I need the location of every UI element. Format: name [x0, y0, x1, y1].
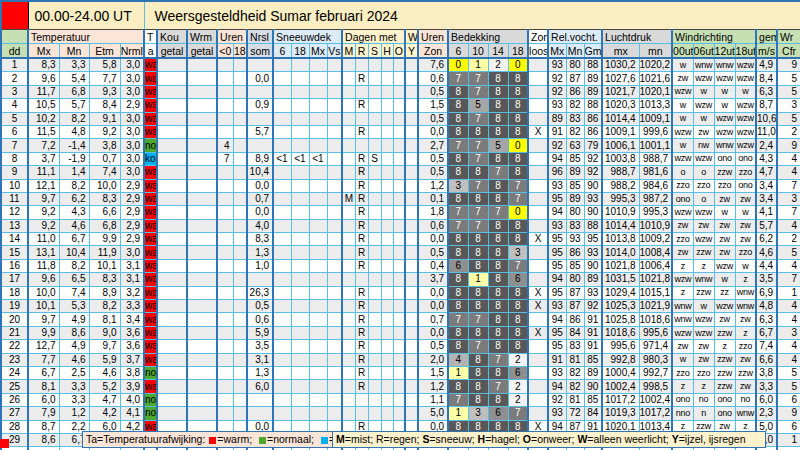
cell-d23-bed_18[interactable]: 2: [508, 353, 528, 366]
cell-d18-d_r[interactable]: R: [355, 286, 368, 299]
cell-d22-uren_zon[interactable]: 0,5: [418, 340, 448, 353]
cell-d6-wr_18ut[interactable]: wzw: [735, 125, 756, 138]
cell-d3-etm[interactable]: 9,3: [89, 85, 120, 98]
cell-d23-snw_mx[interactable]: [309, 353, 327, 366]
cell-d14-mx[interactable]: 11,0: [28, 233, 59, 246]
cell-d1-snw_vs[interactable]: [327, 58, 342, 72]
cell-d13-uren_lt0[interactable]: [217, 219, 233, 232]
cell-d16-d_h[interactable]: [381, 259, 393, 272]
cell-d20-kou_getal[interactable]: [157, 313, 187, 326]
cell-d14-ld_mx[interactable]: 1013,8: [602, 233, 639, 246]
cell-d11-d_o[interactable]: [393, 192, 405, 205]
cell-d26-snw_6[interactable]: [273, 393, 291, 406]
cell-d4-bed_6[interactable]: 8: [448, 99, 468, 112]
cell-d22-d_h[interactable]: [381, 340, 393, 353]
cell-d2-nrml[interactable]: 3,0: [120, 72, 144, 85]
cell-d16-mn[interactable]: 8,2: [59, 259, 89, 272]
cell-d13-bed_18[interactable]: 8: [508, 219, 528, 232]
cell-d26-wrm_getal[interactable]: [187, 393, 217, 406]
cell-d21-snw_18[interactable]: [291, 326, 309, 339]
cell-d9-wr_06ut[interactable]: o: [693, 166, 714, 179]
cell-d17-mn[interactable]: 6,5: [59, 273, 89, 286]
cell-d2-mn[interactable]: 5,4: [59, 72, 89, 85]
cell-d5-wr_00ut[interactable]: w: [672, 112, 693, 125]
cell-d7-d_s[interactable]: [368, 139, 381, 152]
cell-d10-ld_mx[interactable]: 988,2: [602, 179, 639, 192]
cell-d13-d_s[interactable]: [368, 219, 381, 232]
cell-d23-zonloos[interactable]: [528, 353, 548, 366]
cell-d18-wrm_getal[interactable]: [187, 286, 217, 299]
cell-d8-snw_6[interactable]: <1: [273, 152, 291, 165]
cell-d16-ta[interactable]: warm: [144, 259, 157, 272]
cell-d15-bed_14[interactable]: 8: [488, 246, 508, 259]
cell-d18-gem_ms[interactable]: 6,9: [756, 286, 777, 299]
cell-d13-d_m[interactable]: [342, 219, 355, 232]
cell-d14-d_s[interactable]: [368, 233, 381, 246]
cell-d13-snw_mx[interactable]: [309, 219, 327, 232]
cell-d10-ld_mn[interactable]: 984,6: [639, 179, 672, 192]
cell-d24-d_s[interactable]: [368, 366, 381, 379]
cell-d3-rv_mx[interactable]: 92: [548, 85, 566, 98]
cell-d7-mn[interactable]: -1,4: [59, 139, 89, 152]
cell-d10-etm[interactable]: 10,0: [89, 179, 120, 192]
cell-d13-bed_10[interactable]: 7: [468, 219, 488, 232]
cell-d6-ld_mn[interactable]: 999,6: [639, 125, 672, 138]
cell-d4-d_o[interactable]: [393, 99, 405, 112]
cell-d13-wr_18ut[interactable]: zw: [735, 219, 756, 232]
cell-d22-mx[interactable]: 12,7: [28, 340, 59, 353]
cell-d15-wrm_getal[interactable]: [187, 246, 217, 259]
cell-d27-snw_6[interactable]: [273, 407, 291, 420]
cell-d26-wr_00ut[interactable]: ono: [672, 393, 693, 406]
cell-d19-d_s[interactable]: [368, 300, 381, 313]
cell-d2-snw_18[interactable]: [291, 72, 309, 85]
cell-d17-ld_mn[interactable]: 1021,8: [639, 273, 672, 286]
cell-d1-zonloos[interactable]: [528, 58, 548, 72]
cell-d3-gem_ms[interactable]: 6,3: [756, 85, 777, 98]
cell-d23-nrsl_som[interactable]: 3,1: [247, 353, 273, 366]
cell-d6-wrm_getal[interactable]: [187, 125, 217, 138]
cell-d11-wr_00ut[interactable]: ono: [672, 192, 693, 205]
cell-d19-zonloos[interactable]: X: [528, 300, 548, 313]
cell-d14-zonloos[interactable]: X: [528, 233, 548, 246]
cell-d4-bed_14[interactable]: 8: [488, 99, 508, 112]
cell-d14-snw_mx[interactable]: [309, 233, 327, 246]
cell-d3-ld_mx[interactable]: 1021,7: [602, 85, 639, 98]
cell-d14-snw_6[interactable]: [273, 233, 291, 246]
cell-d21-uren_lt0[interactable]: [217, 326, 233, 339]
cell-d27-ld_mn[interactable]: 1017,2: [639, 407, 672, 420]
cell-d1-d_r[interactable]: [355, 58, 368, 72]
cell-d27-d_r[interactable]: [355, 407, 368, 420]
cell-d19-d_y[interactable]: [405, 300, 418, 313]
cell-d22-d_o[interactable]: [393, 340, 405, 353]
cell-d19-bed_6[interactable]: 8: [448, 300, 468, 313]
cell-d27-snw_mx[interactable]: [309, 407, 327, 420]
title-time-range[interactable]: 00.00-24.00 UT: [28, 1, 144, 30]
cell-d5-d_m[interactable]: [342, 112, 355, 125]
group-header-dagen-met[interactable]: Dagen met: [342, 30, 405, 44]
cell-d24-snw_18[interactable]: [291, 366, 309, 379]
cell-d19-snw_18[interactable]: [291, 300, 309, 313]
cell-d7-mx[interactable]: 7,2: [28, 139, 59, 152]
cell-d19-ld_mn[interactable]: 1021,9: [639, 300, 672, 313]
cell-d17-rv_mn[interactable]: 80: [566, 273, 584, 286]
cell-d3-rv_gm[interactable]: 89: [584, 85, 602, 98]
cell-d22-mn[interactable]: 4,9: [59, 340, 89, 353]
cell-d4-snw_18[interactable]: [291, 99, 309, 112]
cell-d2-wr_00ut[interactable]: zw: [672, 72, 693, 85]
cell-d4-rv_mx[interactable]: 93: [548, 99, 566, 112]
cell-d5-ld_mx[interactable]: 1014,4: [602, 112, 639, 125]
cell-d22-etm[interactable]: 9,7: [89, 340, 120, 353]
cell-d7-wr_12ut[interactable]: wnw: [714, 139, 735, 152]
cell-d20-d_m[interactable]: [342, 313, 355, 326]
cell-d10-rv_mn[interactable]: 85: [566, 179, 584, 192]
cell-d26-nrml[interactable]: 4,0: [120, 393, 144, 406]
cell-d17-wr_12ut[interactable]: w: [714, 273, 735, 286]
group-header-zon[interactable]: Zon: [528, 30, 548, 44]
cell-d15-d_h[interactable]: [381, 246, 393, 259]
cell-d4-bed_10[interactable]: 5: [468, 99, 488, 112]
cell-d19-snw_mx[interactable]: [309, 300, 327, 313]
cell-d8-gem_ms[interactable]: 4,3: [756, 152, 777, 165]
cell-d11-wr_06ut[interactable]: o: [693, 192, 714, 205]
cell-d21-d_r[interactable]: R: [355, 326, 368, 339]
cell-d16-uren_lt0[interactable]: [217, 259, 233, 272]
